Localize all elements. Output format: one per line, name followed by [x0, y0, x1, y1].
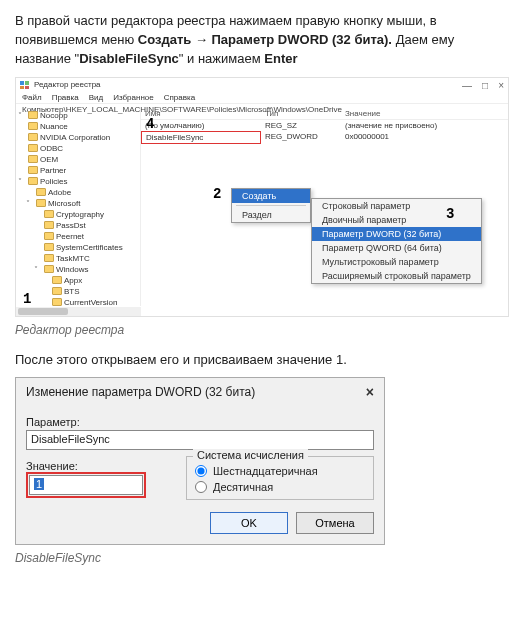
window-close-icon[interactable]: ×: [498, 80, 504, 91]
value-input-value: 1: [34, 478, 44, 490]
menu-item[interactable]: Вид: [89, 93, 103, 102]
submenu-item[interactable]: Расширяемый строковый параметр: [312, 269, 481, 283]
tree-item[interactable]: TaskMTC: [18, 253, 140, 264]
grid-head-type[interactable]: Тип: [261, 108, 341, 119]
tree-item[interactable]: Cryptography: [18, 209, 140, 220]
tree-item-label: Nuance: [40, 121, 68, 132]
edit-dword-dialog: Изменение параметра DWORD (32 бита) × Па…: [15, 377, 385, 545]
tree-expand-icon[interactable]: ˅: [26, 198, 34, 209]
tree-item-label: BTS: [64, 286, 80, 297]
svg-rect-2: [20, 86, 24, 89]
tree-item[interactable]: OEM: [18, 154, 140, 165]
menu-item[interactable]: Правка: [52, 93, 79, 102]
grid-row[interactable]: (По умолчанию) REG_SZ (значение не присв…: [141, 120, 508, 131]
window-maximize-icon[interactable]: □: [482, 80, 488, 91]
callout-2: 2: [213, 186, 221, 202]
radix-dec-option[interactable]: Десятичная: [195, 481, 365, 493]
tree-item[interactable]: Nuance: [18, 121, 140, 132]
folder-icon: [52, 276, 62, 284]
tree-item-label: PassDst: [56, 220, 86, 231]
tree-item[interactable]: BTS: [18, 286, 140, 297]
tree-item[interactable]: Partner: [18, 165, 140, 176]
submenu-item-dword32[interactable]: Параметр DWORD (32 бита): [312, 227, 481, 241]
menu-item[interactable]: Справка: [164, 93, 195, 102]
registry-tree[interactable]: ˅NоcоррNuanceNVIDIA CorporationODBCOEMPa…: [16, 108, 141, 306]
tree-item[interactable]: Adobe: [18, 187, 140, 198]
p1-text-b: Создать → Параметр DWORD (32 бита).: [138, 32, 392, 47]
tree-item[interactable]: SystemCertificates: [18, 242, 140, 253]
menubar[interactable]: Файл Правка Вид Избранное Справка: [16, 92, 508, 104]
menu-item[interactable]: Избранное: [113, 93, 154, 102]
tree-item-label: Peernet: [56, 231, 84, 242]
tree-item[interactable]: ˅Microsoft: [18, 198, 140, 209]
value-input[interactable]: 1: [29, 475, 143, 495]
param-label: Параметр:: [26, 416, 374, 428]
folder-icon: [28, 144, 38, 152]
svg-rect-0: [20, 81, 24, 85]
p1-text-f: Enter: [264, 51, 297, 66]
callout-3: 3: [446, 206, 454, 222]
tree-item-label: Appx: [64, 275, 82, 286]
tree-item[interactable]: PassDst: [18, 220, 140, 231]
tree-item[interactable]: NVIDIA Corporation: [18, 132, 140, 143]
cancel-button[interactable]: Отмена: [296, 512, 374, 534]
tree-item-label: Microsoft: [48, 198, 80, 209]
submenu-item[interactable]: Строковый параметр: [312, 199, 481, 213]
folder-icon: [36, 188, 46, 196]
submenu-item[interactable]: Параметр QWORD (64 бита): [312, 241, 481, 255]
folder-icon: [44, 254, 54, 262]
context-submenu[interactable]: Строковый параметр Двоичный параметр Пар…: [311, 198, 482, 284]
context-menu[interactable]: Создать Раздел: [231, 188, 311, 223]
tree-item[interactable]: CurrentVersion: [18, 297, 140, 306]
instruction-paragraph-2: После этого открываем его и присваиваем …: [15, 351, 510, 370]
cell-value: 0x00000001: [341, 131, 508, 144]
cell-name: (По умолчанию): [141, 120, 261, 131]
folder-icon: [36, 199, 46, 207]
context-menu-item[interactable]: Раздел: [232, 208, 310, 222]
tree-expand-icon[interactable]: ˅: [18, 110, 26, 121]
cell-name: DisableFileSync: [141, 131, 261, 144]
radix-dec-radio[interactable]: [195, 481, 207, 493]
tree-item[interactable]: Peernet: [18, 231, 140, 242]
tree-item[interactable]: ODBC: [18, 143, 140, 154]
folder-icon: [44, 243, 54, 251]
tree-expand-icon[interactable]: ˅: [18, 176, 26, 187]
tree-item[interactable]: ˅Policies: [18, 176, 140, 187]
tree-item-label: Nоcорр: [40, 110, 68, 121]
tree-item-label: Windows: [56, 264, 88, 275]
folder-icon: [44, 232, 54, 240]
menu-separator: [236, 205, 306, 206]
submenu-item[interactable]: Двоичный параметр: [312, 213, 481, 227]
grid-row-highlighted[interactable]: DisableFileSync REG_DWORD 0x00000001: [141, 131, 508, 144]
window-minimize-icon[interactable]: —: [462, 80, 472, 91]
menu-item[interactable]: Файл: [22, 93, 42, 102]
submenu-item[interactable]: Мультистроковый параметр: [312, 255, 481, 269]
registry-editor-screenshot: — □ × Редактор реестра Файл Правка Вид И…: [15, 77, 509, 317]
ok-button[interactable]: OK: [210, 512, 288, 534]
radix-hex-radio[interactable]: [195, 465, 207, 477]
dialog-titlebar: Изменение параметра DWORD (32 бита) ×: [16, 378, 384, 406]
callout-1: 1: [23, 291, 31, 307]
window-controls: — □ ×: [462, 80, 504, 91]
tree-item-label: NVIDIA Corporation: [40, 132, 110, 143]
value-input-highlight: 1: [26, 472, 146, 498]
grid-head-name[interactable]: Имя: [141, 108, 261, 119]
tree-item[interactable]: ˅Nоcорр: [18, 110, 140, 121]
tree-item-label: Cryptography: [56, 209, 104, 220]
horizontal-scrollbar[interactable]: [16, 307, 141, 316]
tree-item-label: OEM: [40, 154, 58, 165]
svg-rect-1: [25, 81, 29, 85]
context-menu-create[interactable]: Создать: [232, 189, 310, 203]
figure2-caption: DisableFileSync: [15, 551, 510, 565]
cell-value: (значение не присвоено): [341, 120, 508, 131]
cell-type: REG_DWORD: [261, 131, 341, 144]
cell-type: REG_SZ: [261, 120, 341, 131]
radix-hex-option[interactable]: Шестнадцатеричная: [195, 465, 365, 477]
grid-head-value[interactable]: Значение: [341, 108, 508, 119]
tree-item[interactable]: Appx: [18, 275, 140, 286]
tree-expand-icon[interactable]: ˅: [34, 264, 42, 275]
dialog-close-icon[interactable]: ×: [366, 384, 374, 400]
param-input[interactable]: DisableFileSync: [26, 430, 374, 450]
scrollbar-thumb[interactable]: [18, 308, 68, 315]
tree-item[interactable]: ˅Windows: [18, 264, 140, 275]
